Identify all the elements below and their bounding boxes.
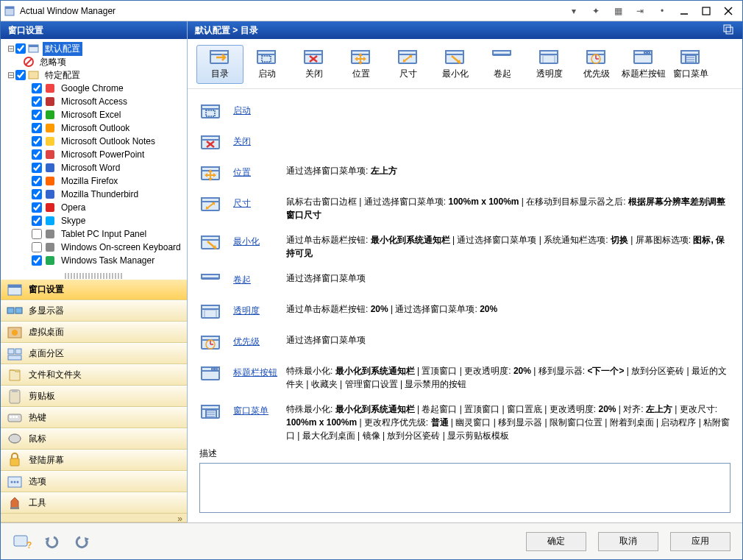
toolbar-item[interactable]: 最小化 xyxy=(432,45,479,84)
toolbar-item[interactable]: 优先级 xyxy=(573,45,620,84)
tree-checkbox[interactable] xyxy=(32,189,42,199)
row-link-position[interactable]: 位置 xyxy=(233,164,286,179)
help-icon[interactable]: ? xyxy=(13,533,33,550)
tree-item-app[interactable]: Google Chrome xyxy=(59,82,126,94)
row-link-startup[interactable]: 启动 xyxy=(233,102,286,117)
toolbar-item[interactable]: 标题栏按钮 xyxy=(620,45,667,84)
tree-item-specific[interactable]: 特定配置 xyxy=(43,68,82,82)
maximize-button[interactable] xyxy=(695,3,717,19)
titlebar: Actual Window Manager ▾ ✦ ▦ ⇥ • xyxy=(1,1,742,21)
tree-item-app[interactable]: Mozilla Firefox xyxy=(59,175,120,187)
titlebar-extra-1[interactable]: ▾ xyxy=(563,3,585,19)
row-link-priority[interactable]: 优先级 xyxy=(233,333,286,348)
ok-button[interactable]: 确定 xyxy=(526,532,586,551)
tree-checkbox[interactable] xyxy=(32,255,42,266)
titlebar-extra-5[interactable]: • xyxy=(651,3,673,19)
row-link-transparency[interactable]: 透明度 xyxy=(233,302,286,317)
splitter-handle[interactable] xyxy=(65,273,124,279)
tree-item-app[interactable]: Microsoft Excel xyxy=(59,109,123,121)
nav-item-0[interactable]: 窗口设置 xyxy=(1,279,187,300)
redo-icon[interactable] xyxy=(71,533,92,550)
nav-item-9[interactable]: 选项 xyxy=(1,471,187,492)
toolbar-label: 标题栏按钮 xyxy=(622,68,666,80)
tree-item-app[interactable]: Tablet PC Input Panel xyxy=(59,228,149,240)
setting-row-transparency: 透明度通过单击标题栏按钮: 20% | 通过选择窗口菜单项: 20% xyxy=(199,297,730,327)
close-button[interactable] xyxy=(717,3,739,19)
tree-checkbox[interactable] xyxy=(32,110,42,120)
nav-item-4[interactable]: 文件和文件夹 xyxy=(1,364,187,386)
tree-item-app[interactable]: Microsoft PowerPoint xyxy=(59,149,146,160)
description-textarea[interactable] xyxy=(199,463,730,513)
tree-expander[interactable]: ⊟ xyxy=(7,43,15,54)
nav-overflow[interactable]: » xyxy=(1,514,187,522)
toolbar-item[interactable]: 透明度 xyxy=(526,45,573,84)
nav-label: 桌面分区 xyxy=(29,347,64,360)
tree-item-app[interactable]: Skype xyxy=(59,215,88,227)
nav-icon xyxy=(7,431,23,447)
row-link-minimize[interactable]: 最小化 xyxy=(233,233,286,248)
tree-checkbox[interactable] xyxy=(32,149,42,160)
toolbar-item[interactable]: 启动 xyxy=(243,45,291,84)
tree-checkbox[interactable] xyxy=(32,96,42,107)
tree-item-app[interactable]: Microsoft Outlook Notes xyxy=(59,135,157,147)
row-link-titlebuttons[interactable]: 标题栏按钮 xyxy=(233,364,286,379)
titlebar-extra-4[interactable]: ⇥ xyxy=(629,3,651,19)
toolbar-item[interactable]: 尺寸 xyxy=(385,45,432,84)
panel-maximize-icon[interactable] xyxy=(723,24,735,36)
nav-item-1[interactable]: 多显示器 xyxy=(1,300,187,322)
app-icon xyxy=(44,228,56,240)
tree-item-app[interactable]: Opera xyxy=(59,202,88,213)
nav-label: 选项 xyxy=(29,475,46,488)
nav-item-6[interactable]: 热键 xyxy=(1,407,187,428)
nav-item-3[interactable]: 桌面分区 xyxy=(1,343,187,364)
tree-item-app[interactable]: Windows On-screen Keyboard xyxy=(59,241,183,253)
tree-checkbox[interactable] xyxy=(32,83,42,93)
tree-checkbox[interactable] xyxy=(32,123,42,133)
row-link-size[interactable]: 尺寸 xyxy=(233,195,286,210)
toolbar-item[interactable]: 卷起 xyxy=(479,45,526,84)
tree-checkbox[interactable] xyxy=(32,163,42,173)
nav-icon xyxy=(7,410,23,426)
row-link-windowmenu[interactable]: 窗口菜单 xyxy=(233,403,286,417)
tree-item-ignore[interactable]: 忽略项 xyxy=(38,55,68,69)
titlebar-extra-2[interactable]: ✦ xyxy=(585,3,607,19)
undo-icon[interactable] xyxy=(42,533,63,550)
svg-rect-28 xyxy=(15,308,22,313)
toolbar-item[interactable]: 窗口菜单 xyxy=(667,45,714,84)
tree-item-default[interactable]: 默认配置 xyxy=(43,42,82,56)
toolbar-item[interactable]: 位置 xyxy=(338,45,385,84)
minimize-button[interactable] xyxy=(673,3,695,19)
tree-expander[interactable]: ⊟ xyxy=(7,70,15,80)
tree-item-app[interactable]: Mozilla Thunderbird xyxy=(59,188,141,200)
cancel-button[interactable]: 取消 xyxy=(598,532,658,551)
app-icon xyxy=(44,135,56,147)
tree-item-app[interactable]: Microsoft Access xyxy=(59,96,129,107)
tree-checkbox[interactable] xyxy=(32,229,42,239)
nav-item-5[interactable]: 剪贴板 xyxy=(1,386,187,407)
apply-button[interactable]: 应用 xyxy=(670,532,730,551)
toolbar-label: 卷起 xyxy=(494,68,511,80)
tree-checkbox[interactable] xyxy=(32,176,42,186)
toolbar-item[interactable]: 关闭 xyxy=(291,45,338,84)
row-link-rollup[interactable]: 卷起 xyxy=(233,272,286,286)
row-link-close[interactable]: 关闭 xyxy=(233,133,286,148)
tree-checkbox[interactable] xyxy=(32,136,42,146)
config-tree[interactable]: ⊟默认配置忽略项⊟特定配置Google ChromeMicrosoft Acce… xyxy=(1,39,187,273)
svg-rect-47 xyxy=(10,507,19,509)
nav-item-7[interactable]: 鼠标 xyxy=(1,428,187,450)
tree-checkbox[interactable] xyxy=(32,202,42,213)
titlebar-extra-3[interactable]: ▦ xyxy=(607,3,629,19)
nav-item-8[interactable]: 登陆屏幕 xyxy=(1,450,187,471)
tree-item-app[interactable]: Microsoft Outlook xyxy=(59,122,132,134)
svg-rect-19 xyxy=(46,190,54,199)
tree-checkbox[interactable] xyxy=(32,216,42,226)
tree-checkbox[interactable] xyxy=(15,43,26,54)
tree-item-app[interactable]: Microsoft Word xyxy=(59,162,122,174)
nav-item-10[interactable]: 工具 xyxy=(1,492,187,514)
nav-item-2[interactable]: 虚拟桌面 xyxy=(1,322,187,343)
tree-item-app[interactable]: Windows Task Manager xyxy=(59,255,157,266)
tree-checkbox[interactable] xyxy=(32,242,42,252)
toolbar-item[interactable]: 目录 xyxy=(196,45,243,84)
tree-checkbox[interactable] xyxy=(15,70,26,80)
nav-icon xyxy=(7,346,23,362)
